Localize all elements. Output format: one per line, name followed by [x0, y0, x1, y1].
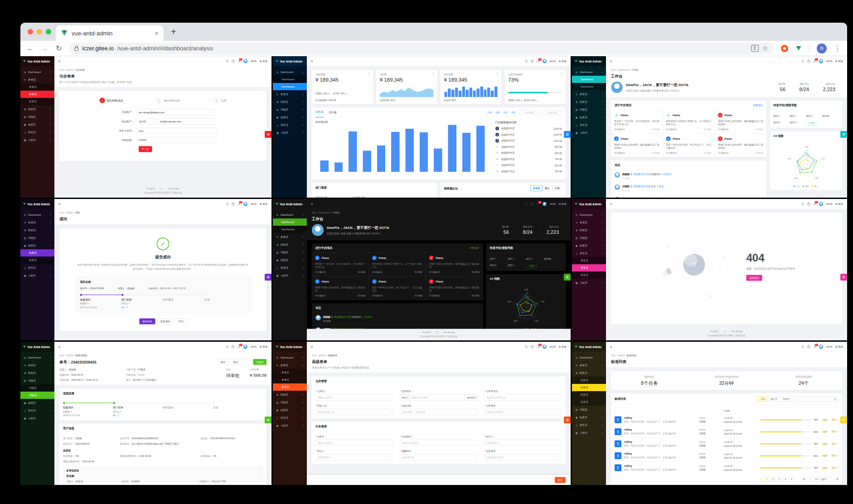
sidebar-item[interactable]: ◎Dashboard▾ — [273, 354, 307, 361]
sidebar-item[interactable]: ◉结果页▾ — [20, 121, 54, 128]
field-input[interactable] — [485, 454, 562, 460]
user-avatar[interactable] — [819, 345, 823, 349]
payee-account-input[interactable]: test@example.com — [158, 118, 216, 125]
theme-settings-trigger[interactable]: ⚙ — [265, 417, 271, 423]
sidebar-item[interactable]: ◉结果页▾ — [273, 113, 307, 121]
submit-button[interactable]: 提交 — [555, 477, 566, 483]
menu-collapse-icon[interactable]: ≡ — [311, 345, 313, 349]
header-action-button[interactable]: ··· — [243, 359, 252, 365]
sidebar-subitem[interactable]: Dashboard — [572, 76, 606, 83]
sidebar-subitem[interactable]: Dashboard — [273, 226, 307, 233]
help-icon[interactable]: ? — [807, 203, 810, 206]
sidebar-subitem[interactable]: 表单页 — [273, 369, 307, 376]
language-switcher[interactable]: ⊕ 简体 — [835, 202, 843, 206]
sidebar-item[interactable]: ▦小组件▾ — [572, 279, 606, 286]
search-icon[interactable] — [801, 203, 804, 205]
result-action-button[interactable]: 打印 — [176, 319, 187, 325]
user-name[interactable]: JACK — [250, 60, 257, 63]
new-tab-button[interactable]: + — [171, 27, 176, 37]
user-avatar[interactable] — [819, 59, 823, 63]
next-step-button[interactable]: 下一步 — [139, 146, 152, 152]
payee-name-input[interactable]: Alex — [136, 128, 216, 134]
language-switcher[interactable]: ⊕ 简体 — [835, 59, 843, 63]
sidebar-subitem[interactable]: 表单页 — [20, 98, 54, 105]
help-icon[interactable]: ? — [807, 345, 810, 349]
sidebar-item[interactable]: △异常页▾ — [20, 264, 54, 271]
info-icon[interactable]: i — [560, 73, 563, 75]
quick-action-link[interactable]: 操作一 — [773, 113, 790, 119]
sidebar-subitem[interactable]: 表单页 — [20, 91, 54, 98]
field-input[interactable] — [400, 454, 477, 460]
help-icon[interactable]: ? — [531, 203, 534, 206]
edit-link[interactable]: 编辑 — [823, 454, 828, 457]
sidebar-subitem[interactable]: 结果页 — [20, 249, 54, 257]
sidebar-subitem[interactable]: 列表页 — [572, 398, 606, 406]
result-action-button[interactable]: 返回列表 — [140, 319, 155, 325]
info-icon[interactable]: i — [496, 73, 499, 75]
sidebar-item[interactable]: ◉结果页▾ — [273, 256, 307, 264]
field-input[interactable] — [315, 454, 393, 460]
language-switcher[interactable]: ⊕ 简体 — [559, 202, 567, 206]
team-link[interactable]: 项目进展 — [633, 197, 643, 198]
quick-action-link[interactable]: 操作一 — [490, 256, 508, 262]
field-input[interactable] — [485, 394, 562, 401]
address-bar[interactable]: iczer.gitee.io/vue-antd-admin/#/dashboar… — [69, 43, 774, 54]
quick-range-link[interactable]: 本年 — [511, 111, 516, 114]
project-card[interactable]: 支Alipay 城镇中有那么多的酒馆，她却偏偏走进了我的酒馆 科学搬砖组9小时前 — [312, 276, 369, 300]
search-icon[interactable] — [525, 203, 528, 205]
team-link[interactable]: 高逼格设计天团 — [334, 315, 352, 318]
all-projects-link[interactable]: 全部项目 — [753, 104, 763, 107]
language-switcher[interactable]: ⊕ 简体 — [835, 345, 843, 349]
app-logo[interactable]: Vue Antd Admin — [572, 199, 606, 209]
sidebar-item[interactable]: ◎Dashboard▴ — [273, 211, 307, 218]
notification-bell-icon[interactable]: 12 — [537, 60, 540, 63]
edit-link[interactable]: 编辑 — [823, 418, 828, 422]
sidebar-item[interactable]: ✎表单页▾ — [273, 233, 307, 241]
help-icon[interactable]: ? — [531, 345, 534, 349]
theme-settings-trigger[interactable]: ⚙ — [840, 131, 847, 138]
theme-settings-trigger[interactable]: ⚙ — [564, 274, 571, 281]
quick-action-link[interactable]: 操作五 — [773, 119, 790, 126]
quick-action-link[interactable]: 操作四 — [544, 256, 562, 262]
result-action-button[interactable]: 查看项目 — [158, 319, 174, 325]
row-title[interactable]: AliPay — [624, 417, 699, 419]
sidebar-item[interactable]: ≣列表页▾ — [273, 391, 307, 398]
app-logo[interactable]: Vue Antd Admin — [273, 56, 307, 66]
info-icon[interactable]: i — [366, 196, 369, 198]
user-name[interactable]: JACK — [826, 345, 832, 348]
user-avatar[interactable] — [543, 59, 547, 63]
app-logo[interactable]: Vue Antd Admin — [572, 56, 606, 66]
sidebar-item[interactable]: ▦小组件▾ — [20, 271, 54, 279]
notification-bell-icon[interactable]: 12 — [813, 345, 816, 349]
app-logo[interactable]: Vue Antd Admin — [273, 199, 307, 209]
help-icon[interactable]: ? — [807, 60, 810, 63]
header-action-button[interactable]: 操作 — [230, 359, 241, 365]
next-page-button[interactable]: › — [808, 477, 813, 482]
team-link[interactable]: 高逼格设计天团 — [633, 173, 651, 175]
field-input[interactable] — [409, 394, 465, 401]
sidebar-item[interactable]: ◉结果页▴ — [20, 242, 54, 249]
item-link[interactable]: 八月迭代 — [362, 315, 372, 318]
search-icon[interactable] — [525, 60, 528, 63]
sidebar-subitem[interactable]: 异常页 — [572, 257, 606, 264]
menu-collapse-icon[interactable]: ≡ — [58, 202, 61, 206]
sidebar-item[interactable]: ◉结果页▾ — [572, 242, 606, 249]
menu-collapse-icon[interactable]: ≡ — [58, 59, 61, 63]
notification-bell-icon[interactable]: 12 — [537, 203, 540, 206]
notification-bell-icon[interactable]: 12 — [237, 345, 241, 349]
quick-action-link[interactable]: 操作五 — [490, 262, 508, 268]
add-action-button[interactable]: + 添加 — [806, 121, 816, 126]
sidebar-subitem[interactable]: Dashboard — [572, 83, 606, 90]
sidebar-item[interactable]: ◉结果页▾ — [572, 113, 606, 121]
sidebar-item[interactable]: △异常页▴ — [572, 249, 606, 257]
edit-link[interactable]: 编辑 — [823, 430, 828, 433]
language-switcher[interactable]: ⊕ 简体 — [260, 345, 267, 349]
add-item-button[interactable]: + 添加 — [615, 407, 838, 414]
sidebar-item[interactable]: △异常页▾ — [572, 121, 606, 129]
sidebar-item[interactable]: ≣列表页▾ — [572, 98, 606, 106]
sidebar-subitem[interactable]: Dashboard — [273, 218, 307, 226]
project-card[interactable]: 支Alipay 城镇中有那么多的酒馆，她却偏偏走进了我的酒馆 科学搬砖组9小时前 — [611, 134, 663, 158]
sidebar-item[interactable]: ▤详情页▾ — [273, 248, 307, 256]
page-number-button[interactable]: 4 — [783, 477, 788, 482]
row-title[interactable]: AliPay — [624, 452, 699, 455]
